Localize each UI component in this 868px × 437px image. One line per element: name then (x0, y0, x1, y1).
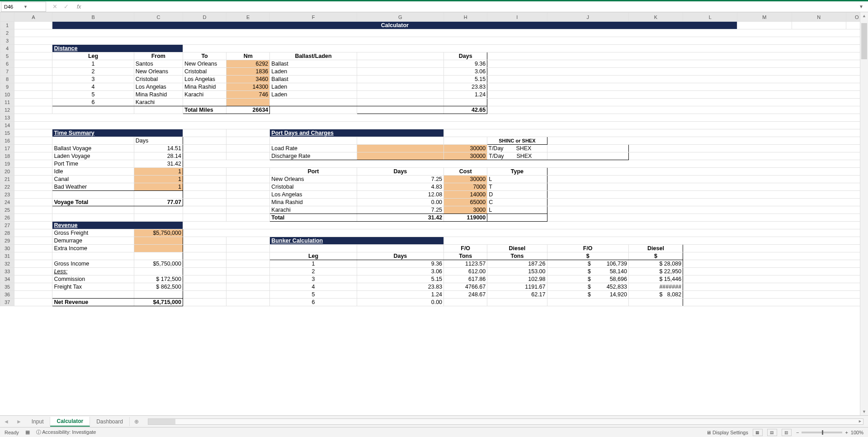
col-header[interactable]: C (134, 13, 183, 22)
section-header: Port Days and Charges (270, 129, 444, 137)
scroll-thumb[interactable] (148, 419, 175, 424)
chevron-down-icon[interactable]: ▼ (859, 4, 868, 9)
chevron-down-icon[interactable]: ▼ (24, 5, 43, 9)
row-header[interactable]: 4 (0, 45, 14, 52)
col-header[interactable]: B (52, 13, 134, 22)
zoom-slider[interactable] (802, 432, 842, 433)
horizontal-scrollbar[interactable]: ◄ ► (148, 418, 863, 425)
enter-icon[interactable]: ✓ (64, 3, 69, 10)
section-header: Revenue (52, 222, 183, 229)
formula-bar: D46▼ ✕ ✓ fx ▼ (0, 1, 868, 12)
col-header[interactable]: A (14, 13, 52, 22)
row-header[interactable]: 2 (0, 29, 14, 37)
name-box[interactable]: D46▼ (1, 2, 46, 12)
tab-input[interactable]: Input (25, 417, 51, 426)
col-header[interactable]: J (547, 13, 628, 22)
add-sheet-icon[interactable]: ⊕ (130, 418, 143, 425)
col-header[interactable]: E (226, 13, 270, 22)
col-header[interactable]: I (487, 13, 547, 22)
section-header: Time Summary (52, 129, 183, 137)
col-header[interactable]: N (792, 13, 846, 22)
col-header[interactable]: K (628, 13, 683, 22)
vertical-scrollbar[interactable]: ▲ ▼ (860, 12, 868, 415)
page-title: Calculator (52, 22, 737, 29)
scroll-down-icon[interactable]: ▼ (860, 408, 868, 415)
status-ready: Ready (5, 430, 19, 435)
section-header: Distance (52, 45, 183, 52)
fx-icon[interactable]: fx (77, 4, 81, 10)
col-header[interactable]: L (683, 13, 737, 22)
tab-calculator[interactable]: Calculator (50, 417, 90, 427)
col-header[interactable]: M (737, 13, 792, 22)
col-header[interactable]: H (444, 13, 487, 22)
col-label: Leg (52, 52, 134, 60)
page-break-view-icon[interactable]: ▥ (782, 429, 792, 436)
tab-next-icon[interactable]: ► (13, 418, 25, 425)
sheet-tabs: ◄ ► Input Calculator Dashboard ⊕ ◄ ► (0, 415, 868, 427)
zoom-in-icon[interactable]: + (845, 430, 848, 435)
section-header: Bunker Calculation (270, 237, 444, 245)
row-header[interactable]: 5 (0, 52, 14, 60)
zoom-level[interactable]: 100% (851, 430, 863, 435)
col-header[interactable]: F (270, 13, 357, 22)
zoom-out-icon[interactable]: − (796, 430, 799, 435)
accessibility-status[interactable]: ⓘ Accessibility: Investigate (36, 429, 96, 436)
page-layout-view-icon[interactable]: ▤ (767, 429, 777, 436)
scroll-up-icon[interactable]: ▲ (860, 12, 868, 19)
tab-prev-icon[interactable]: ◄ (0, 418, 13, 425)
macro-icon[interactable]: ▦ (25, 429, 30, 435)
scroll-thumb[interactable] (861, 23, 867, 59)
status-bar: Ready ▦ ⓘ Accessibility: Investigate 🖥 D… (0, 427, 868, 437)
cancel-icon[interactable]: ✕ (52, 3, 57, 10)
cell[interactable]: 1 (52, 60, 134, 68)
normal-view-icon[interactable]: ▦ (753, 429, 763, 436)
row-header[interactable]: 3 (0, 37, 14, 45)
col-header[interactable]: O (846, 13, 860, 22)
col-header[interactable]: D (183, 13, 226, 22)
spreadsheet-grid: A B C D E F G H I J K L M N O 1 (0, 12, 860, 306)
display-settings[interactable]: 🖥 Display Settings (706, 430, 748, 435)
tab-dashboard[interactable]: Dashboard (90, 417, 130, 426)
col-header[interactable]: G (357, 13, 443, 22)
select-all-corner[interactable] (0, 13, 14, 22)
row-header[interactable]: 1 (0, 22, 14, 29)
